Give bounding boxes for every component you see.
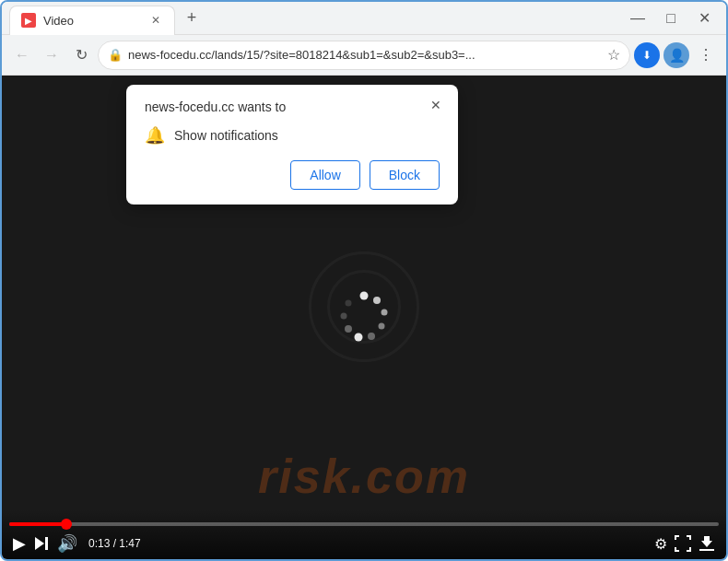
svg-point-3 — [379, 322, 385, 329]
download-button[interactable]: ⬇ — [634, 42, 660, 68]
menu-button[interactable]: ⋮ — [693, 42, 719, 68]
back-button[interactable]: ← — [9, 42, 35, 68]
svg-point-4 — [368, 333, 375, 340]
progress-bar-fill — [9, 522, 66, 526]
play-button[interactable]: ▶ — [13, 533, 26, 554]
window-controls: — □ ✕ — [627, 7, 719, 29]
active-tab[interactable]: ▶ Video ✕ — [9, 6, 175, 35]
minimize-button[interactable]: — — [627, 7, 649, 29]
video-controls: ▶ 🔊 0:13 / 1:47 ⚙ — [2, 509, 726, 559]
settings-button[interactable]: ⚙ — [654, 535, 667, 553]
svg-point-8 — [346, 299, 352, 306]
svg-point-1 — [373, 297, 381, 304]
browser-window: ▶ Video ✕ + — □ ✕ ← → ↻ 🔒 news-focedu.cc… — [0, 0, 728, 561]
svg-point-5 — [355, 333, 363, 341]
permission-text: Show notifications — [174, 128, 278, 143]
video-area: risk.com ✕ news-focedu.cc wants to 🔔 Sho… — [2, 76, 726, 559]
allow-button[interactable]: Allow — [290, 160, 359, 190]
svg-rect-11 — [699, 549, 714, 551]
close-button[interactable]: ✕ — [693, 7, 715, 29]
url-bar[interactable]: 🔒 news-focedu.cc/lands/15/?site=8018214&… — [98, 41, 630, 70]
tab-area: ▶ Video ✕ + — [9, 4, 627, 33]
watermark: risk.com — [258, 449, 470, 504]
block-button[interactable]: Block — [370, 160, 440, 190]
bookmark-icon[interactable]: ☆ — [607, 46, 620, 64]
reload-button[interactable]: ↻ — [68, 42, 94, 68]
loading-spinner — [336, 288, 392, 347]
svg-point-7 — [341, 312, 347, 319]
url-text: news-focedu.cc/lands/15/?site=8018214&su… — [128, 48, 602, 62]
popup-title: news-focedu.cc wants to — [145, 99, 440, 114]
download-video-button[interactable] — [699, 535, 715, 552]
svg-marker-9 — [35, 537, 44, 550]
tab-title: Video — [43, 14, 141, 28]
controls-row: ▶ 🔊 0:13 / 1:47 ⚙ — [2, 533, 726, 554]
popup-close-button[interactable]: ✕ — [425, 94, 447, 116]
next-button[interactable] — [33, 535, 50, 552]
progress-thumb — [61, 519, 72, 530]
popup-buttons: Allow Block — [145, 160, 440, 190]
new-tab-button[interactable]: + — [179, 6, 205, 31]
svg-point-0 — [360, 291, 369, 299]
progress-bar-track[interactable] — [9, 522, 719, 526]
volume-button[interactable]: 🔊 — [57, 533, 77, 554]
title-bar: ▶ Video ✕ + — □ ✕ — [2, 2, 726, 35]
forward-button[interactable]: → — [39, 42, 65, 68]
svg-rect-10 — [45, 537, 48, 550]
tab-favicon: ▶ — [21, 13, 36, 28]
svg-point-6 — [345, 325, 352, 333]
lock-icon: 🔒 — [108, 48, 123, 62]
svg-marker-12 — [701, 536, 712, 547]
svg-point-2 — [382, 309, 388, 315]
profile-button[interactable]: 👤 — [663, 42, 689, 68]
bell-icon: 🔔 — [145, 125, 165, 146]
notification-popup: ✕ news-focedu.cc wants to 🔔 Show notific… — [126, 85, 458, 205]
address-bar: ← → ↻ 🔒 news-focedu.cc/lands/15/?site=80… — [2, 35, 726, 76]
profile-icon: 👤 — [669, 48, 685, 63]
time-display: 0:13 / 1:47 — [88, 537, 141, 550]
fullscreen-button[interactable] — [675, 535, 691, 552]
tab-close-button[interactable]: ✕ — [148, 13, 163, 28]
maximize-button[interactable]: □ — [660, 7, 682, 29]
popup-permission-row: 🔔 Show notifications — [145, 125, 440, 146]
download-icon: ⬇ — [642, 49, 652, 62]
